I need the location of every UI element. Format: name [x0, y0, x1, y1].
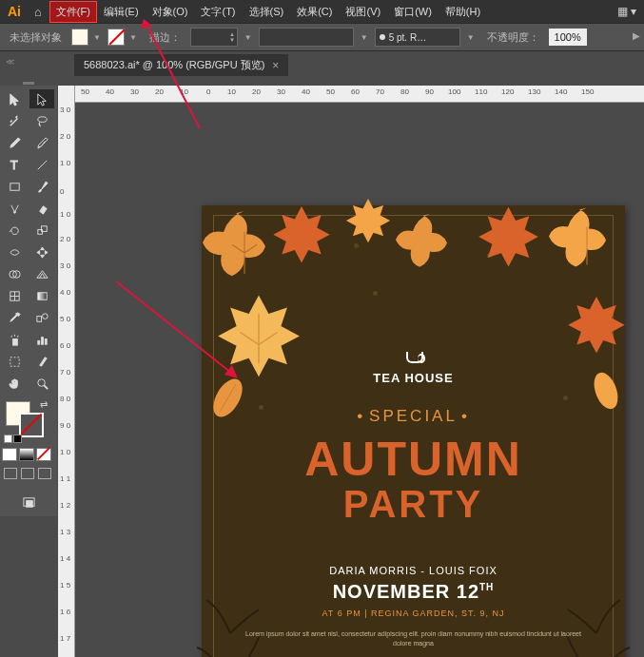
color-mode-solid[interactable]: [2, 448, 17, 461]
close-icon[interactable]: ×: [272, 59, 279, 72]
brush-dropdown[interactable]: 5 pt. R…: [375, 28, 460, 47]
gradient-tool[interactable]: [29, 286, 54, 305]
chevron-down-icon[interactable]: ▼: [242, 33, 255, 42]
swap-icon[interactable]: ⇄: [40, 399, 48, 410]
menu-window[interactable]: 窗口(W): [387, 1, 439, 23]
curvature-tool[interactable]: [29, 133, 54, 152]
menu-help[interactable]: 帮助(H): [439, 1, 487, 23]
eraser-tool[interactable]: [29, 199, 54, 218]
special-text: SPECIAL: [202, 407, 625, 426]
artboard: TEA HOUSE SPECIAL AUTUMN PARTY DARIA MOR…: [202, 205, 625, 657]
date-text: NOVEMBER 12TH: [202, 581, 625, 603]
draw-inside-icon[interactable]: [38, 468, 51, 479]
svg-rect-3: [10, 183, 18, 190]
chevron-down-icon: ▼: [127, 33, 140, 42]
menu-object[interactable]: 对象(O): [146, 1, 195, 23]
menu-type[interactable]: 文字(T): [194, 1, 242, 23]
screen-mode-tool[interactable]: [18, 492, 39, 512]
cup-icon: [402, 346, 425, 365]
selection-status: 未选择对象: [4, 30, 68, 45]
canvas[interactable]: TEA HOUSE SPECIAL AUTUMN PARTY DARIA MOR…: [75, 103, 644, 657]
symbol-sprayer-tool[interactable]: [2, 330, 27, 349]
magic-wand-tool[interactable]: [2, 111, 27, 130]
scale-tool[interactable]: [29, 221, 54, 240]
color-mode-gradient[interactable]: [19, 448, 34, 461]
free-transform-tool[interactable]: [29, 242, 54, 261]
perspective-tool[interactable]: [29, 264, 54, 283]
svg-point-4: [13, 211, 15, 213]
shaper-tool[interactable]: [2, 199, 27, 218]
selection-tool[interactable]: [2, 89, 27, 108]
color-mode-none[interactable]: [36, 448, 51, 461]
mesh-tool[interactable]: [2, 286, 27, 305]
svg-text:T: T: [10, 158, 17, 172]
ai-logo-icon: Ai: [2, 4, 27, 19]
draw-normal-icon[interactable]: [4, 468, 17, 479]
toolbox: T ⇄: [0, 86, 57, 516]
width-tool[interactable]: [2, 242, 27, 261]
svg-rect-12: [37, 292, 46, 300]
menu-bar: Ai ⌂ 文件(F) 编辑(E) 对象(O) 文字(T) 选择(S) 效果(C)…: [0, 0, 644, 23]
blend-tool[interactable]: [29, 308, 54, 327]
menu-view[interactable]: 视图(V): [339, 1, 387, 23]
svg-rect-17: [41, 337, 43, 344]
eyedropper-tool[interactable]: [2, 308, 27, 327]
rectangle-tool[interactable]: [2, 177, 27, 196]
venue-text: AT 6 PM | REGINA GARDEN, ST. 9, NJ: [202, 609, 625, 618]
slice-tool[interactable]: [29, 352, 54, 371]
paintbrush-tool[interactable]: [29, 177, 54, 196]
profile-dropdown[interactable]: [259, 28, 354, 47]
shape-builder-tool[interactable]: [2, 264, 27, 283]
more-options-icon[interactable]: ▶: [633, 30, 640, 41]
opacity-input[interactable]: 100%: [549, 29, 587, 46]
svg-line-21: [44, 385, 48, 389]
svg-rect-15: [12, 338, 17, 345]
chevron-down-icon[interactable]: ▼: [358, 33, 371, 42]
rotate-tool[interactable]: [2, 221, 27, 240]
title-party: PARTY: [202, 483, 625, 526]
document-tab[interactable]: 5688023.ai* @ 100% (RGB/GPU 预览) ×: [74, 54, 288, 76]
svg-rect-13: [36, 316, 41, 321]
svg-rect-23: [26, 500, 32, 507]
lorem-text: Lorem ipsum dolor sit amet nisl, consect…: [240, 629, 587, 648]
hand-tool[interactable]: [2, 374, 27, 393]
vertical-ruler[interactable]: 3 02 01 001 02 03 04 05 06 07 08 09 01 0…: [58, 86, 75, 657]
fill-swatch[interactable]: ▼: [71, 29, 104, 46]
artboard-tool[interactable]: [2, 352, 27, 371]
workspace-grid-icon[interactable]: ▦ ▾: [610, 5, 644, 18]
stroke-color-box[interactable]: [19, 413, 44, 437]
zoom-tool[interactable]: [29, 374, 54, 393]
fill-stroke-control[interactable]: ⇄: [2, 399, 55, 437]
horizontal-ruler[interactable]: 5040302010010203040506070809010011012013…: [75, 86, 644, 103]
pen-tool[interactable]: [2, 133, 27, 152]
menu-select[interactable]: 选择(S): [243, 1, 291, 23]
stroke-swatch[interactable]: ▼: [107, 29, 140, 46]
title-autumn: AUTUMN: [202, 432, 625, 487]
panel-toggle-icon[interactable]: ≪: [6, 57, 14, 67]
menu-effect[interactable]: 效果(C): [290, 1, 339, 23]
brush-dot-icon: [380, 34, 385, 40]
stroke-none-icon: [107, 29, 125, 46]
stroke-weight-input[interactable]: ▲▼: [190, 28, 238, 47]
draw-behind-icon[interactable]: [21, 468, 34, 479]
tab-bar: 5688023.ai* @ 100% (RGB/GPU 预览) ×: [0, 53, 644, 76]
opacity-label: 不透明度：: [481, 30, 545, 45]
stroke-label: 描边：: [144, 30, 186, 45]
screen-mode-row: [2, 468, 55, 479]
brand-block: TEA HOUSE: [202, 346, 625, 385]
menu-edit[interactable]: 编辑(E): [97, 1, 146, 23]
svg-rect-18: [45, 338, 47, 344]
type-tool[interactable]: T: [2, 155, 27, 174]
chevron-down-icon[interactable]: ▼: [464, 33, 478, 42]
line-tool[interactable]: [29, 155, 54, 174]
direct-selection-tool[interactable]: [29, 89, 54, 108]
home-icon[interactable]: ⌂: [27, 5, 49, 19]
menu-file[interactable]: 文件(F): [49, 1, 97, 23]
svg-point-20: [37, 378, 45, 386]
svg-point-14: [42, 313, 48, 319]
names-text: DARIA MORRIS - LOUIS FOIX: [202, 565, 625, 576]
brand-name: TEA HOUSE: [202, 371, 625, 385]
lasso-tool[interactable]: [29, 111, 54, 130]
svg-line-2: [37, 160, 46, 168]
column-graph-tool[interactable]: [29, 330, 54, 349]
